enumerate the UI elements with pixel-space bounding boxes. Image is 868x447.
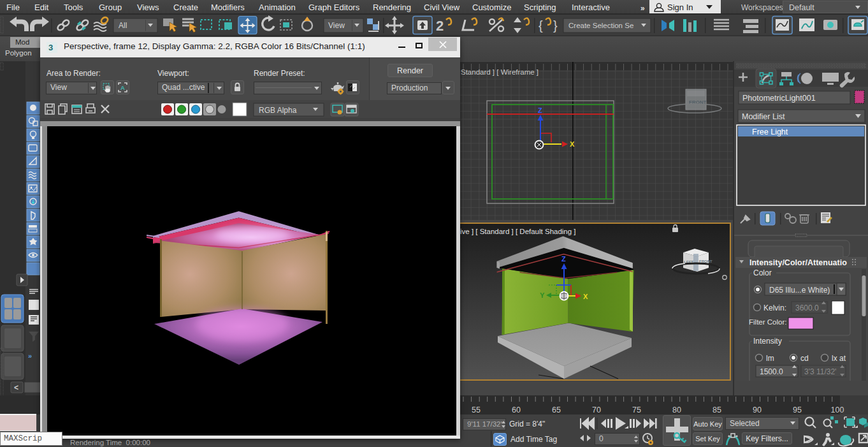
svg-text:}: }	[553, 18, 558, 33]
svg-text:1500.0: 1500.0	[760, 367, 783, 376]
svg-text:90: 90	[753, 406, 762, 414]
svg-text:X: X	[583, 293, 588, 300]
svg-text:3'3 11/32': 3'3 11/32'	[804, 367, 836, 376]
svg-text:85: 85	[712, 406, 721, 414]
svg-text:Free Light: Free Light	[752, 128, 788, 136]
svg-text:RGB Alpha: RGB Alpha	[259, 106, 297, 115]
svg-text:Standard ] [ Wireframe ]: Standard ] [ Wireframe ]	[461, 68, 539, 76]
svg-text:70: 70	[592, 406, 601, 414]
svg-text:60: 60	[512, 406, 521, 414]
svg-text:Intensity/Color/Attenuatio: Intensity/Color/Attenuatio	[749, 258, 847, 267]
svg-text:Filter Color:: Filter Color:	[749, 318, 786, 326]
svg-text:Create Selection Se: Create Selection Se	[568, 22, 633, 29]
svg-text:»: »	[28, 352, 32, 360]
svg-text:A: A	[120, 84, 125, 91]
svg-text:3600.0: 3600.0	[795, 304, 819, 312]
svg-text:80: 80	[672, 406, 681, 414]
svg-text:100: 100	[831, 406, 844, 414]
svg-text:All: All	[119, 21, 127, 30]
svg-text:Z: Z	[538, 106, 542, 114]
svg-text:lm: lm	[766, 354, 774, 363]
svg-text:PhotometricLight001: PhotometricLight001	[742, 94, 816, 103]
svg-text:3: 3	[48, 43, 53, 52]
svg-text:75: 75	[632, 406, 641, 414]
svg-text:cd: cd	[800, 354, 809, 363]
svg-text:Z: Z	[561, 255, 566, 263]
svg-text:2: 2	[436, 18, 444, 34]
svg-text:X: X	[570, 140, 575, 148]
svg-text:View: View	[328, 21, 345, 30]
svg-text:Modifier List: Modifier List	[742, 112, 785, 121]
svg-text:55: 55	[472, 406, 481, 414]
svg-text:65: 65	[552, 406, 561, 414]
svg-text:Kelvin:: Kelvin:	[763, 304, 786, 312]
svg-text:ive ] [ Standard ] [ Default S: ive ] [ Standard ] [ Default Shading ]	[460, 228, 576, 235]
svg-text:<: <	[14, 383, 18, 392]
svg-text:95: 95	[793, 406, 802, 414]
svg-text:Color: Color	[753, 268, 772, 277]
svg-text:lx at: lx at	[832, 354, 846, 363]
svg-text:D65 Illu...e White): D65 Illu...e White)	[769, 286, 830, 295]
svg-text:Intensity: Intensity	[753, 337, 782, 346]
svg-text:Y: Y	[540, 291, 545, 299]
svg-text:{: {	[539, 18, 543, 33]
